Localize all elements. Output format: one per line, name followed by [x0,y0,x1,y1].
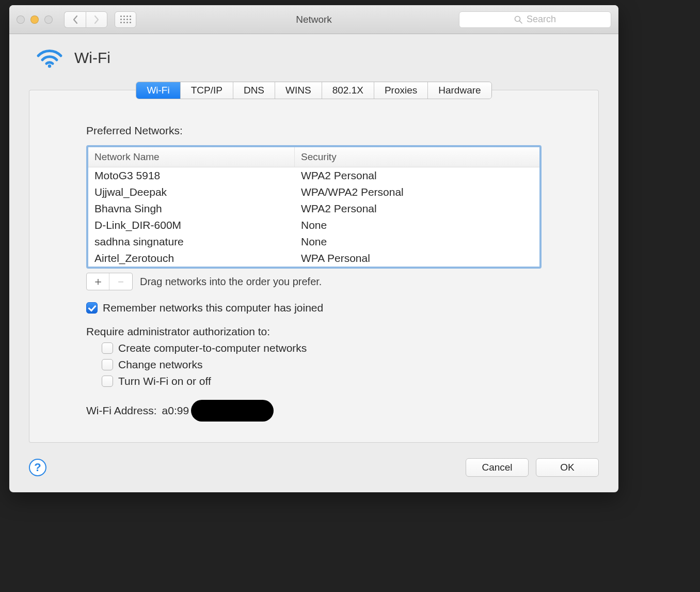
remove-network-button[interactable]: － [109,273,132,290]
tab-8021x[interactable]: 802.1X [322,82,374,99]
network-name: D-Link_DIR-600M [88,217,295,233]
tab-bar: Wi-FiTCP/IPDNSWINS802.1XProxiesHardware [29,82,599,99]
footer: ? Cancel OK [9,458,618,492]
svg-line-1 [519,21,522,23]
table-row[interactable]: D-Link_DIR-600MNone [88,217,539,233]
wifi-icon [35,45,64,70]
search-icon [514,15,522,24]
remember-networks-label: Remember networks this computer has join… [103,302,323,314]
panel-header: Wi-Fi [35,45,599,70]
table-header: Network Name Security [88,147,539,167]
network-name: sadhna singnature [88,233,295,250]
wifi-panel: Preferred Networks: Network Name Securit… [29,90,599,443]
network-security: WPA2 Personal [295,200,539,217]
network-name: Bhavna Singh [88,200,295,217]
window-controls [17,15,53,24]
tab-tcpip[interactable]: TCP/IP [181,82,233,99]
column-header-security[interactable]: Security [295,147,539,167]
svg-point-2 [48,65,51,68]
network-name: Ujjwal_Deepak [88,184,295,200]
grid-icon [120,15,131,23]
preferred-networks-table[interactable]: Network Name Security MotoG3 5918WPA2 Pe… [86,145,542,269]
network-preferences-window: Network Search Wi-Fi Wi-FiTCP/IPDNSWINS8… [9,5,618,492]
minimize-window-button[interactable] [30,15,39,24]
search-placeholder: Search [527,14,556,25]
help-button[interactable]: ? [29,459,46,476]
network-name: Airtel_Zerotouch [88,250,295,267]
admin-option-label: Change networks [118,359,202,371]
network-security: None [295,233,539,250]
add-network-button[interactable]: ＋ [87,273,109,290]
remember-networks-checkbox[interactable] [86,302,98,314]
network-security: WPA Personal [295,250,539,267]
window-title: Network [296,14,332,25]
table-row[interactable]: MotoG3 5918WPA2 Personal [88,167,539,184]
network-security: WPA2 Personal [295,167,539,184]
table-row[interactable]: Ujjwal_DeepakWPA/WPA2 Personal [88,184,539,200]
tab-wifi[interactable]: Wi-Fi [136,82,180,99]
admin-option-checkbox[interactable] [102,359,113,370]
admin-option-checkbox[interactable] [102,376,113,387]
titlebar: Network Search [9,5,618,34]
panel-title: Wi-Fi [74,49,110,67]
zoom-window-button[interactable] [44,15,53,24]
admin-auth-label: Require administrator authorization to: [86,325,542,338]
admin-option-checkbox[interactable] [102,342,113,354]
wifi-address-value: a0:99 [162,404,189,417]
network-security: None [295,217,539,233]
cancel-button[interactable]: Cancel [466,458,529,477]
forward-button[interactable] [86,11,107,28]
tab-dns[interactable]: DNS [233,82,275,99]
preferred-networks-label: Preferred Networks: [86,124,542,137]
tab-wins[interactable]: WINS [275,82,322,99]
network-security: WPA/WPA2 Personal [295,184,539,200]
network-name: MotoG3 5918 [88,167,295,184]
admin-option-label: Create computer-to-computer networks [118,342,307,354]
admin-option-label: Turn Wi-Fi on or off [118,375,211,387]
column-header-name[interactable]: Network Name [88,147,295,167]
wifi-address-label: Wi-Fi Address: [86,404,157,417]
tab-proxies[interactable]: Proxies [374,82,428,99]
add-remove-group: ＋ － [86,273,133,290]
redacted-block [191,400,274,422]
show-all-button[interactable] [115,11,136,28]
drag-hint: Drag networks into the order you prefer. [140,276,322,288]
nav-buttons [64,11,107,28]
close-window-button[interactable] [17,15,25,24]
back-button[interactable] [64,11,86,28]
table-row[interactable]: Airtel_ZerotouchWPA Personal [88,250,539,267]
table-row[interactable]: sadhna singnatureNone [88,233,539,250]
table-row[interactable]: Bhavna SinghWPA2 Personal [88,200,539,217]
search-input[interactable]: Search [459,11,611,28]
ok-button[interactable]: OK [536,458,599,477]
tab-hardware[interactable]: Hardware [428,82,491,99]
